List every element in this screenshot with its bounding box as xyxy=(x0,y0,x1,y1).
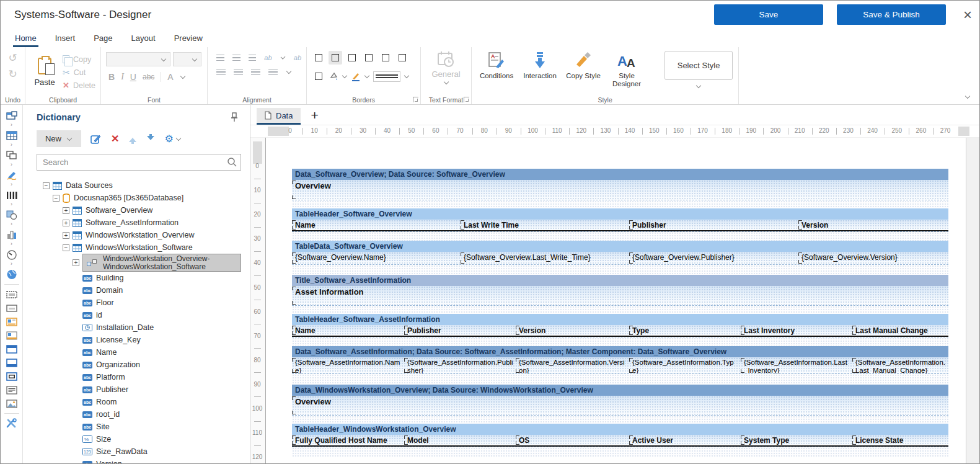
tree-item[interactable]: abcBuilding xyxy=(37,272,241,284)
subreport-band-icon[interactable] xyxy=(6,288,17,301)
band-header[interactable]: Data_WindowsWorkstation_Overview; Data S… xyxy=(292,385,948,396)
redo-icon[interactable]: ↻ xyxy=(8,69,17,79)
collapse-icon[interactable]: − xyxy=(43,182,50,189)
text-format-dialog-launcher-icon[interactable] xyxy=(464,97,469,102)
tree-item[interactable]: + WindowsWorkstation_Overview xyxy=(37,229,241,241)
table-header-cell[interactable]: Last Manual Change xyxy=(852,325,948,336)
gear-icon[interactable]: ⚙ xyxy=(164,134,173,144)
tree-item[interactable]: + Software_Overview xyxy=(37,204,241,216)
border-outline-icon[interactable] xyxy=(312,69,325,83)
align-left-icon[interactable] xyxy=(216,69,226,75)
report-page[interactable]: Data_Software_Overview; Data Source: Sof… xyxy=(265,138,966,464)
tree-item[interactable]: abcroot_id xyxy=(37,408,241,421)
tab-layout[interactable]: Layout xyxy=(122,29,165,47)
general-format-icon[interactable] xyxy=(437,51,456,68)
word-wrap-icon[interactable]: ab xyxy=(294,54,301,61)
chevron-right-icon[interactable]: › xyxy=(11,163,12,168)
signature-icon[interactable] xyxy=(6,169,17,182)
table-header-cell[interactable]: Version xyxy=(516,325,629,336)
collapse-icon[interactable]: − xyxy=(63,244,69,251)
card-alt-icon[interactable] xyxy=(6,329,17,342)
font-family-select[interactable] xyxy=(106,52,170,66)
tree-item[interactable]: 123Size_RawData xyxy=(37,445,241,458)
chevron-down-icon[interactable] xyxy=(696,83,701,88)
tree-item[interactable]: − Docusnap365 [Ds365Database] xyxy=(37,192,241,204)
primitives-icon[interactable] xyxy=(6,208,17,221)
conditions-button[interactable]: A Conditions xyxy=(477,51,516,80)
tree-item[interactable]: + Software_AssetInformation xyxy=(37,216,241,229)
delete-button[interactable]: ✕ Delete xyxy=(63,81,95,90)
undo-icon[interactable]: ↺ xyxy=(8,53,17,63)
chevron-down-icon[interactable] xyxy=(280,55,285,60)
tree-item[interactable]: Installation_Date xyxy=(37,321,241,334)
chart-icon[interactable] xyxy=(6,228,17,241)
align-middle-icon[interactable] xyxy=(232,55,241,61)
chevron-down-icon[interactable] xyxy=(180,74,185,79)
data-field-cell[interactable]: {Software_AssetInformation.Version} xyxy=(516,357,629,373)
text-rotation-icon[interactable]: ab xyxy=(264,54,271,61)
tree-item[interactable]: abcName xyxy=(37,346,241,359)
table-header-cell[interactable]: Fully Qualified Host Name xyxy=(292,435,404,445)
italic-button[interactable]: I xyxy=(121,72,124,82)
tab-home[interactable]: Home xyxy=(6,29,46,47)
data-table-component-icon[interactable] xyxy=(6,129,17,142)
strikethrough-button[interactable]: abc xyxy=(143,73,154,81)
scrollbar-gutter[interactable] xyxy=(966,138,979,464)
tab-preview[interactable]: Preview xyxy=(165,29,212,47)
add-page-button[interactable]: + xyxy=(311,107,318,125)
tree-item[interactable]: abcSite xyxy=(37,421,241,433)
text-component[interactable]: Overview xyxy=(292,396,948,415)
tree-item[interactable]: abcVersion xyxy=(37,458,241,464)
tree-item[interactable]: %Size xyxy=(37,433,241,445)
expand-icon[interactable]: + xyxy=(63,207,69,214)
tab-page[interactable]: Page xyxy=(84,29,121,47)
chevron-right-icon[interactable]: › xyxy=(11,242,12,248)
band-header[interactable]: TableHeader_WindowsWorkstation_Overview xyxy=(292,424,948,435)
style-designer-button[interactable]: A A Style Designer xyxy=(607,51,647,88)
footer-band-icon[interactable] xyxy=(6,356,17,369)
table-header-cell[interactable]: Name xyxy=(292,220,461,230)
table-header-cell[interactable]: Model xyxy=(404,435,516,445)
expand-icon[interactable]: + xyxy=(63,220,69,226)
tree-item[interactable]: abcFloor xyxy=(37,297,241,309)
tree-item[interactable]: abcPublisher xyxy=(37,383,241,396)
component-icon[interactable] xyxy=(6,109,17,122)
borders-dialog-launcher-icon[interactable] xyxy=(413,97,418,102)
tools-icon[interactable] xyxy=(6,417,17,430)
chevron-down-icon[interactable] xyxy=(404,73,409,78)
data-field-cell[interactable]: {Software_Overview.Name} xyxy=(292,252,461,264)
data-field-cell[interactable]: {Software_AssetInformation.Type} xyxy=(629,357,741,373)
band-header[interactable]: Data_Software_AssetInformation; Data Sou… xyxy=(292,346,948,357)
table-header-cell[interactable]: Name xyxy=(292,325,404,336)
move-down-icon[interactable] xyxy=(146,134,155,144)
table-header-cell[interactable]: OS xyxy=(516,435,629,445)
chevron-down-icon[interactable] xyxy=(342,73,347,78)
tree-item[interactable]: − WindowsWorkstation_Software xyxy=(37,241,241,254)
table-header-cell[interactable]: System Type xyxy=(741,435,852,445)
tree-item[interactable]: abcOrganization xyxy=(37,359,241,371)
selected-node-label[interactable]: WindowsWorkstation_Overview-WindowsWorks… xyxy=(82,254,241,272)
chevron-right-icon[interactable]: › xyxy=(11,222,12,228)
panel-band-icon[interactable] xyxy=(6,301,17,315)
align-center-icon[interactable] xyxy=(234,69,243,75)
band-header[interactable]: TableData_Software_Overview xyxy=(292,241,948,252)
band-header[interactable]: Data_Software_Overview; Data Source: Sof… xyxy=(292,169,948,180)
tree-item[interactable]: abcRoom xyxy=(37,396,241,408)
chevron-right-icon[interactable]: › xyxy=(11,202,12,208)
font-size-select[interactable] xyxy=(173,52,201,66)
tree-item[interactable]: abcDomain xyxy=(37,284,241,297)
band-header[interactable]: TableHeader_Software_Overview xyxy=(292,208,948,220)
align-bottom-icon[interactable] xyxy=(249,55,257,61)
underline-button[interactable]: U xyxy=(130,72,136,82)
shapes-copy-icon[interactable] xyxy=(6,149,17,162)
chevron-down-icon[interactable] xyxy=(443,79,448,84)
close-icon[interactable]: × xyxy=(960,7,976,23)
paste-button[interactable]: Paste xyxy=(30,50,59,94)
table-header-cell[interactable]: Type xyxy=(629,325,741,336)
pin-icon[interactable] xyxy=(230,112,239,122)
tree-item[interactable]: abcid xyxy=(37,309,241,321)
header-band-icon[interactable] xyxy=(6,342,17,355)
tree-item[interactable]: − Data Sources xyxy=(37,179,241,192)
page-tab-data[interactable]: Data xyxy=(257,108,301,125)
chevron-right-icon[interactable]: › xyxy=(11,143,12,148)
